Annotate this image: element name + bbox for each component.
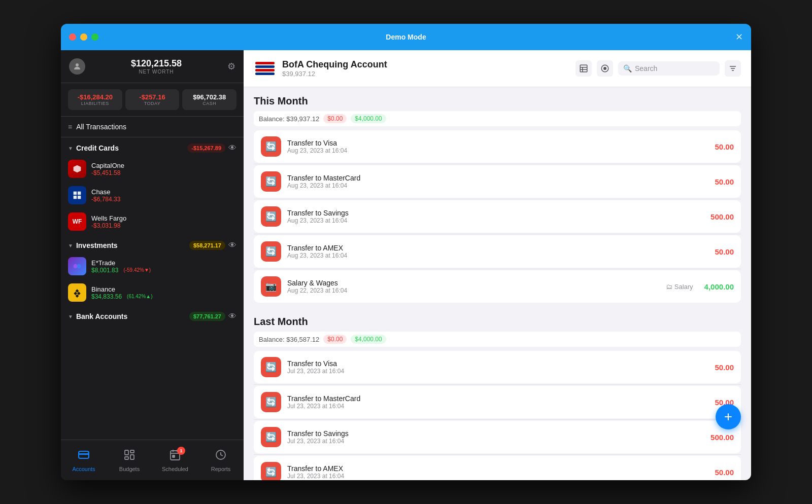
sync-icon: 🔄	[265, 431, 277, 443]
transaction-item[interactable]: 🔄 Transfer to AMEX Jul 23, 2023 at 16:04…	[254, 456, 741, 480]
account-item-binance[interactable]: Binance $34,833.56 (61.42%▲)	[61, 279, 244, 306]
transaction-amount: 50.00	[715, 247, 734, 256]
bofa-stripe-4	[255, 73, 275, 75]
account-item-wellsfargo[interactable]: WF Wells Fargo -$3,031.98	[61, 208, 244, 235]
liabilities-amount: -$16,284.20	[72, 93, 118, 101]
bofa-logo-wrap	[254, 57, 276, 80]
maximize-button[interactable]	[91, 33, 98, 41]
binance-change: (61.42%▲)	[125, 293, 154, 300]
transaction-item[interactable]: 🔄 Transfer to Savings Aug 23, 2023 at 16…	[254, 200, 741, 233]
scheduled-icon-wrap: 1	[169, 449, 181, 464]
chase-logo	[68, 186, 86, 204]
nav-reports[interactable]: Reports	[198, 449, 244, 472]
today-pill[interactable]: -$257.16 TODAY	[125, 89, 180, 110]
nav-accounts[interactable]: Accounts	[61, 449, 107, 472]
transaction-name: Transfer to AMEX	[287, 464, 708, 473]
bank-accounts-section-header: ▼ Bank Accounts $77,761.27 👁	[61, 306, 244, 324]
divider	[254, 454, 741, 455]
add-transaction-button[interactable]: +	[716, 404, 741, 429]
transaction-info: Transfer to AMEX Jul 23, 2023 at 16:04	[287, 464, 708, 480]
etrade-balance: $8,001.83	[91, 267, 118, 274]
net-worth-amount: $120,215.58	[131, 58, 182, 69]
close-button[interactable]	[69, 33, 76, 41]
credit-cards-section-header: ▼ Credit Cards -$15,267.89 👁	[61, 137, 244, 156]
investments-collapse-icon[interactable]: ▼	[68, 243, 73, 248]
salary-icon: 📷	[265, 281, 277, 292]
svg-rect-23	[580, 65, 587, 72]
transaction-item[interactable]: 🔄 Transfer to Visa Jul 23, 2023 at 16:04…	[254, 351, 741, 383]
titlebar-close-icon[interactable]: ✕	[735, 31, 743, 43]
sidebar-header: $120,215.58 NET WORTH ⚙	[61, 50, 244, 83]
search-placeholder: Search	[635, 64, 657, 73]
account-item-chase[interactable]: Chase -$6,784.33	[61, 182, 244, 208]
transfer-icon-wrap: 🔄	[261, 171, 281, 192]
this-month-section: This Month Balance: $39,937.12 $0.00 $4,…	[254, 87, 741, 303]
transaction-item[interactable]: 🔄 Transfer to Visa Aug 23, 2023 at 16:04…	[254, 130, 741, 163]
bank-accounts-visibility-icon[interactable]: 👁	[228, 312, 236, 321]
transfer-icon-wrap: 🔄	[261, 206, 281, 227]
transaction-item[interactable]: 📷 Salary & Wages Aug 22, 2023 at 16:04 🗂…	[254, 270, 741, 303]
transaction-date: Aug 22, 2023 at 16:04	[287, 287, 660, 294]
last-month-section: Last Month Balance: $36,587.12 $0.00 $4,…	[254, 308, 741, 480]
filter-button[interactable]	[725, 60, 741, 77]
search-icon: 🔍	[623, 64, 632, 73]
svg-rect-12	[79, 453, 89, 455]
account-header-balance: $39,937.12	[282, 70, 387, 78]
investments-visibility-icon[interactable]: 👁	[228, 241, 236, 250]
user-avatar[interactable]	[69, 58, 85, 75]
list-icon: ≡	[68, 123, 72, 131]
wellsfargo-info: Wells Fargo -$3,031.98	[91, 214, 236, 229]
budgets-label: Budgets	[119, 466, 140, 472]
account-item-etrade[interactable]: E*Trade $8,001.83 (-59.42%▼)	[61, 253, 244, 279]
transaction-item[interactable]: 🔄 Transfer to AMEX Aug 23, 2023 at 16:04…	[254, 235, 741, 268]
transaction-name: Transfer to AMEX	[287, 244, 708, 252]
last-month-balance-label: Balance: $36,587.12	[259, 336, 319, 343]
svg-rect-13	[125, 450, 128, 455]
liabilities-pill[interactable]: -$16,284.20 LIABILITIES	[68, 89, 122, 110]
table-view-button[interactable]	[576, 60, 592, 77]
credit-cards-collapse-icon[interactable]: ▼	[68, 146, 73, 151]
transaction-name: Transfer to MasterCard	[287, 394, 708, 403]
svg-marker-8	[74, 292, 77, 295]
capitalOne-name: CapitalOne	[91, 162, 236, 169]
this-month-balance-row: Balance: $39,937.12 $0.00 $4,000.00	[254, 111, 741, 126]
divider	[254, 234, 741, 234]
right-header: BofA Chequing Account $39,937.12 🔍	[244, 50, 751, 87]
all-transactions-item[interactable]: ≡ All Transactions	[61, 117, 244, 137]
transaction-item[interactable]: 🔄 Transfer to Savings Jul 23, 2023 at 16…	[254, 421, 741, 453]
credit-cards-visibility-icon[interactable]: 👁	[228, 143, 236, 153]
svg-rect-3	[74, 196, 77, 199]
bank-accounts-collapse-icon[interactable]: ▼	[68, 314, 73, 319]
transaction-amount: 4,000.00	[704, 282, 734, 291]
liabilities-label: LIABILITIES	[72, 101, 118, 106]
transaction-item[interactable]: 🔄 Transfer to MasterCard Aug 23, 2023 at…	[254, 165, 741, 198]
this-month-positive: $4,000.00	[351, 114, 386, 123]
nav-scheduled[interactable]: 1 Scheduled	[152, 449, 198, 472]
last-month-positive: $4,000.00	[351, 335, 386, 344]
nav-budgets[interactable]: Budgets	[107, 449, 152, 472]
account-header-info: BofA Chequing Account $39,937.12	[282, 59, 387, 78]
account-item-capitalOne[interactable]: CapitalOne -$5,451.58	[61, 156, 244, 182]
transaction-name: Transfer to Savings	[287, 429, 704, 438]
salary-icon-wrap: 📷	[261, 276, 281, 297]
transaction-info: Salary & Wages Aug 22, 2023 at 16:04	[287, 279, 660, 294]
sidebar-scroll: ▼ Credit Cards -$15,267.89 👁 CapitalOne …	[61, 137, 244, 440]
sync-icon: 🔄	[265, 397, 277, 408]
options-button[interactable]	[597, 60, 613, 77]
cash-pill[interactable]: $96,702.38 CASH	[182, 89, 236, 110]
sidebar: $120,215.58 NET WORTH ⚙ -$16,284.20 LIAB…	[61, 50, 244, 480]
reports-label: Reports	[211, 466, 231, 472]
budgets-icon	[123, 449, 136, 464]
transaction-item[interactable]: 🔄 Transfer to MasterCard Jul 23, 2023 at…	[254, 386, 741, 418]
transaction-name: Transfer to Savings	[287, 209, 704, 217]
transaction-amount: 50.00	[715, 363, 734, 372]
binance-name: Binance	[91, 285, 236, 293]
settings-icon[interactable]: ⚙	[227, 61, 235, 72]
divider	[254, 164, 741, 164]
credit-cards-badge: -$15,267.89	[187, 143, 225, 153]
etrade-change: (-59.42%▼)	[121, 267, 153, 273]
search-bar[interactable]: 🔍 Search	[618, 61, 720, 76]
transaction-date: Aug 23, 2023 at 16:04	[287, 217, 704, 224]
this-month-header: This Month	[254, 87, 741, 111]
minimize-button[interactable]	[80, 33, 87, 41]
